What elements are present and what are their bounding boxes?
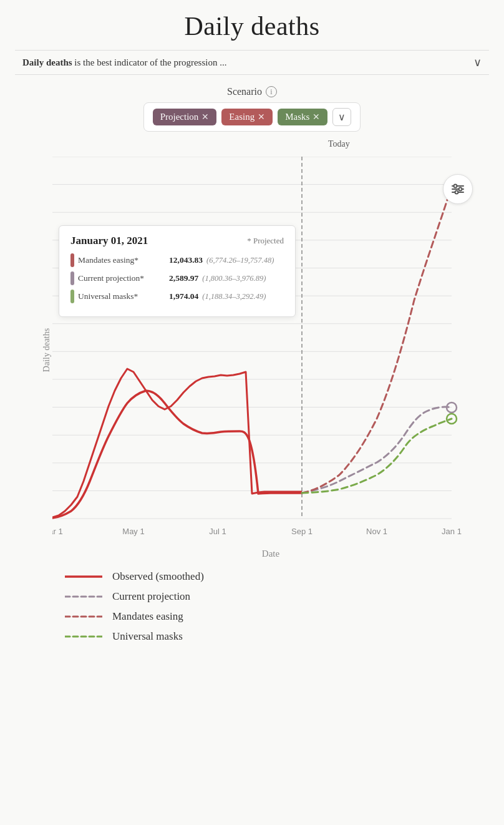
chart-wrapper: Today Daily deaths <box>15 139 489 559</box>
scenario-label: Scenario i <box>227 86 277 97</box>
svg-text:Nov 1: Nov 1 <box>366 527 387 536</box>
easing-legend-line <box>65 613 102 620</box>
masks-swatch <box>70 290 74 303</box>
legend-observed-label: Observed (smoothed) <box>112 570 204 583</box>
tooltip-box: January 01, 2021 * Projected Mandates ea… <box>59 225 296 317</box>
today-label: Today <box>328 139 350 149</box>
tooltip-row-projection: Current projection* 2,589.97 (1,800.36–3… <box>70 271 284 285</box>
y-axis-label: Daily deaths <box>42 328 52 372</box>
projection-swatch <box>70 271 74 285</box>
easing-swatch <box>70 253 74 267</box>
info-icon[interactable]: i <box>266 86 277 97</box>
description-bold: Daily deaths <box>22 57 72 67</box>
easing-value: 12,043.83 <box>169 255 203 265</box>
scenario-pills-container: Projection ✕ Easing ✕ Masks ✕ ∨ <box>143 102 361 132</box>
projection-line <box>302 407 452 493</box>
pill-projection-label: Projection <box>160 112 199 122</box>
pill-easing-close[interactable]: ✕ <box>258 112 265 122</box>
pill-easing-label: Easing <box>229 112 254 122</box>
observed-legend-line <box>65 574 102 580</box>
svg-point-38 <box>454 185 457 188</box>
pill-masks-label: Masks <box>285 112 309 122</box>
projection-range: (1,800.36–3,976.89) <box>202 274 266 283</box>
legend-easing-label: Mandates easing <box>112 610 183 623</box>
legend-row-easing: Mandates easing <box>65 610 489 623</box>
tooltip-row-easing: Mandates easing* 12,043.83 (6,774.26–19,… <box>70 253 284 267</box>
tooltip-projected: * Projected <box>247 236 284 246</box>
easing-series-name: Mandates easing* <box>78 255 165 265</box>
legend-row-masks: Universal masks <box>65 630 489 643</box>
page-title: Daily deaths <box>184 11 319 41</box>
description-text: is the best indicator of the progression… <box>74 57 226 67</box>
settings-button[interactable] <box>443 174 473 204</box>
svg-text:Jan 1: Jan 1 <box>442 527 462 536</box>
masks-legend-line <box>65 633 102 640</box>
sliders-icon <box>450 182 465 197</box>
legend-row-projection: Current projection <box>65 590 489 603</box>
easing-line <box>302 187 452 493</box>
description-bar: Daily deaths is the best indicator of th… <box>15 50 489 75</box>
masks-value: 1,974.04 <box>169 291 198 301</box>
chart-container: Daily deaths <box>52 157 477 544</box>
tooltip-header: January 01, 2021 * Projected <box>70 235 284 247</box>
svg-text:Sep 1: Sep 1 <box>291 527 313 536</box>
x-axis-label: Date <box>52 549 489 559</box>
svg-text:May 1: May 1 <box>122 527 144 536</box>
legend-projection-label: Current projection <box>112 590 190 603</box>
observed-line-path <box>52 391 302 518</box>
masks-line <box>302 419 452 493</box>
pill-projection-close[interactable]: ✕ <box>201 112 209 122</box>
expand-chevron-icon[interactable]: ∨ <box>473 56 482 69</box>
svg-point-40 <box>455 191 458 194</box>
projection-legend-line <box>65 593 102 600</box>
tooltip-date: January 01, 2021 <box>70 235 148 247</box>
legend-masks-label: Universal masks <box>112 630 183 643</box>
legend-row-observed: Observed (smoothed) <box>65 570 489 583</box>
scenario-section: Scenario i Projection ✕ Easing ✕ Masks ✕… <box>15 86 489 132</box>
easing-range: (6,774.26–19,757.48) <box>206 256 274 265</box>
svg-text:Mar 1: Mar 1 <box>52 527 63 536</box>
projection-value: 2,589.97 <box>169 273 198 283</box>
masks-series-name: Universal masks* <box>78 291 165 301</box>
tooltip-row-masks: Universal masks* 1,974.04 (1,188.34–3,29… <box>70 290 284 303</box>
pill-easing[interactable]: Easing ✕ <box>221 109 273 125</box>
x-axis-ticks: Mar 1 May 1 Jul 1 Sep 1 Nov 1 Jan 1 <box>52 527 462 536</box>
projection-series-name: Current projection* <box>78 273 165 283</box>
pill-masks-close[interactable]: ✕ <box>313 112 320 122</box>
masks-range: (1,188.34–3,292.49) <box>202 292 266 301</box>
observed-line <box>52 369 302 517</box>
svg-text:Jul 1: Jul 1 <box>209 527 226 536</box>
svg-point-39 <box>459 188 462 191</box>
legend: Observed (smoothed) Current projection M… <box>15 570 489 643</box>
pill-masks[interactable]: Masks ✕ <box>278 109 327 125</box>
chart-svg: 0 1k 2k 3k 4k 5k 6k 7k 8k 9k 10k 11k 12k… <box>52 157 477 544</box>
scenario-dropdown[interactable]: ∨ <box>332 108 351 126</box>
pill-projection[interactable]: Projection ✕ <box>153 109 217 125</box>
